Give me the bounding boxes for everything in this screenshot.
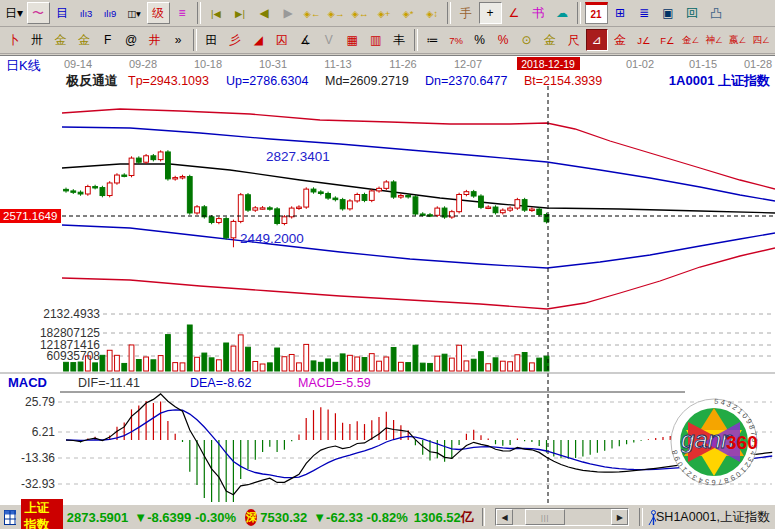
- percent-tool[interactable]: %: [468, 29, 490, 51]
- date-axis: 09-1409-2810-1810-3111-1311-2612-0701-02…: [64, 58, 772, 70]
- wave-count-9-icon[interactable]: ılı9: [99, 2, 122, 24]
- f-angle-tool[interactable]: F∠: [656, 29, 678, 51]
- gann360-logo: 5432109876543210987654321098 gann 360: [664, 396, 764, 488]
- red-grid-tool[interactable]: ▦: [341, 29, 363, 51]
- zoom-cross-diamond[interactable]: ◈+: [373, 2, 396, 24]
- price-grid-label: 2132.4933: [43, 307, 100, 321]
- zoom-vertical-diamond[interactable]: ◈↕: [421, 2, 444, 24]
- indicator-up: Up=2786.6304: [226, 74, 308, 88]
- seven-percent-tool[interactable]: 7%: [445, 29, 467, 51]
- horizontal-scrollbar[interactable]: ◀ ||| ▶: [495, 508, 629, 526]
- turnover-value: 1306.52: [414, 510, 461, 525]
- more-tools-chevron[interactable]: »: [167, 29, 189, 51]
- percent-avg-tool[interactable]: %: [492, 29, 514, 51]
- chart-area[interactable]: 日K线 09-1409-2810-1810-3111-1311-2612-070…: [0, 55, 775, 505]
- info-note-icon[interactable]: 目: [51, 2, 74, 24]
- wave-v-tool[interactable]: V: [318, 29, 340, 51]
- scroll-right-arrow[interactable]: ▶: [611, 509, 628, 525]
- macd-dea-value: DEA=-8.62: [190, 376, 252, 390]
- toolbar-separator: [197, 2, 201, 24]
- scroll-thumb[interactable]: |||: [525, 509, 565, 525]
- ai-cloud-tool[interactable]: ☁: [551, 2, 574, 24]
- sharp-pen-tool[interactable]: 尺: [562, 29, 584, 51]
- gann-grid-tool[interactable]: 卅: [26, 29, 48, 51]
- trend-tool-selected[interactable]: ⊿: [586, 29, 608, 51]
- box-fan-tool[interactable]: 囚: [271, 29, 293, 51]
- spiral-tool[interactable]: @: [120, 29, 142, 51]
- volume-group: [64, 325, 549, 371]
- gold-angle-tool[interactable]: 金∠: [680, 29, 702, 51]
- symbol-status: SH1A0001,上证指数: [656, 509, 770, 526]
- ying-angle-tool[interactable]: 嬴∠: [726, 29, 748, 51]
- zoom-right-diamond[interactable]: ◈→: [325, 2, 348, 24]
- step-forward-button[interactable]: ▶: [277, 2, 300, 24]
- channel-overlay-toggle-icon[interactable]: 〜: [27, 2, 50, 24]
- index-change: ▼-8.6399 -0.30%: [134, 510, 236, 525]
- period-label: 日K线: [6, 58, 41, 73]
- pattern-tool[interactable]: 书: [527, 2, 550, 24]
- first-bar-button[interactable]: |◀: [205, 2, 228, 24]
- svg-text:10-18: 10-18: [194, 58, 222, 70]
- svg-text:10-31: 10-31: [259, 58, 287, 70]
- last-bar-button[interactable]: ▶|: [229, 2, 252, 24]
- chart-canvas[interactable]: 日K线 09-1409-2810-1810-3111-1311-2612-070…: [0, 56, 775, 505]
- macd-axis-3: -13.36: [21, 451, 55, 465]
- save-disk-icon[interactable]: ▣: [657, 2, 680, 24]
- draw-pen-tool[interactable]: 卜: [3, 29, 25, 51]
- gold-line-tool[interactable]: 金: [539, 29, 561, 51]
- svg-text:09-28: 09-28: [129, 58, 157, 70]
- indicator-bt: Bt=2154.3939: [524, 74, 602, 88]
- scroll-left-arrow[interactable]: ◀: [496, 509, 513, 525]
- indicator-tp: Tp=2943.1093: [128, 74, 209, 88]
- highlighted-date: 2018-12-19: [521, 58, 575, 70]
- step-back-button[interactable]: ◀: [253, 2, 276, 24]
- pen-grid-tool[interactable]: 井: [143, 29, 165, 51]
- notes-icon[interactable]: ≣: [633, 2, 656, 24]
- symbol-label: 1A0001 上证指数: [669, 73, 770, 88]
- arc-fan-tool[interactable]: ◢: [247, 29, 269, 51]
- jifan-channel-icon[interactable]: 级: [147, 2, 170, 24]
- gold-circle-tool[interactable]: ⊙: [515, 29, 537, 51]
- logo-num: 360: [726, 432, 758, 453]
- svg-text:09-14: 09-14: [64, 58, 92, 70]
- sz-change: ▼-62.33 -0.82%: [313, 510, 408, 525]
- gold-segment-tool[interactable]: 金: [49, 29, 71, 51]
- fibonacci-tool[interactable]: F: [96, 29, 118, 51]
- zoom-horizontal-diamond[interactable]: ◈↔: [349, 2, 372, 24]
- svg-text:11-26: 11-26: [389, 58, 416, 70]
- angle-measure-tool[interactable]: ∠: [503, 2, 526, 24]
- candles-group: [64, 150, 549, 247]
- gold-segment-tool-2[interactable]: 金: [73, 29, 95, 51]
- image-export-icon[interactable]: 回: [681, 2, 704, 24]
- calculator-icon[interactable]: ⊞: [609, 2, 632, 24]
- multi-line-tool[interactable]: 丰: [388, 29, 410, 51]
- angle-lines-tool[interactable]: ∡: [294, 29, 316, 51]
- shen-angle-tool[interactable]: 神∠: [703, 29, 725, 51]
- period-daily-dropdown[interactable]: 日▾: [3, 2, 26, 24]
- market-grid-icon[interactable]: [4, 510, 16, 525]
- zoom-all-diamond[interactable]: ◈*: [397, 2, 420, 24]
- antenna-icon: [647, 510, 656, 525]
- shenzhen-badge[interactable]: 深: [245, 509, 257, 526]
- gann-fan-tool[interactable]: 彡: [224, 29, 246, 51]
- print-icon[interactable]: 凸: [705, 2, 728, 24]
- gold-red-tool[interactable]: 金: [609, 29, 631, 51]
- pan-hand-tool[interactable]: 手: [455, 2, 478, 24]
- calendar-21-icon[interactable]: 21: [585, 2, 608, 24]
- svg-text:12-07: 12-07: [454, 58, 482, 70]
- price-marker-value: 2571.1649: [3, 210, 57, 222]
- sz-value: 7530.32: [260, 510, 307, 525]
- index-badge[interactable]: 上证指数: [21, 499, 63, 529]
- ruler-percent-tool[interactable]: ≔: [421, 29, 443, 51]
- red-grid-bars-tool[interactable]: ▥: [364, 29, 386, 51]
- candle-style-dropdown[interactable]: ◫▾: [123, 2, 146, 24]
- toolbar-separator: [577, 2, 581, 24]
- wave-count-3-icon[interactable]: ılı3: [75, 2, 98, 24]
- four-angle-tool[interactable]: 四∠: [750, 29, 772, 51]
- j-angle-tool[interactable]: J∠: [633, 29, 655, 51]
- statusbar-divider: [482, 508, 485, 526]
- volume-profile-icon[interactable]: ≡: [171, 2, 194, 24]
- axes-box-tool[interactable]: 田: [200, 29, 222, 51]
- zoom-left-diamond[interactable]: ◈←: [301, 2, 324, 24]
- crosshair-tool[interactable]: +: [479, 2, 502, 24]
